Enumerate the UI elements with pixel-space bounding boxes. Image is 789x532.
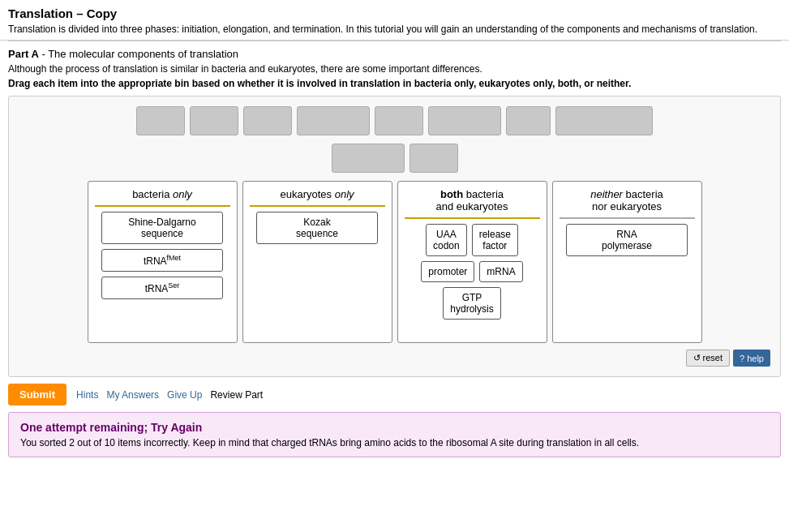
bin-eukaryotes-only: eukaryotes only Kozaksequence	[242, 181, 392, 343]
drag-item-5[interactable]	[375, 106, 423, 135]
bins-row: bacteria only Shine-Dalgarnosequence tRN…	[19, 181, 770, 343]
bin-bacteria-only-header: bacteria only	[95, 188, 230, 207]
review-part-text: Review Part	[210, 389, 263, 401]
bin-item-mrna[interactable]: mRNA	[479, 261, 522, 282]
part-header: Part A - The molecular components of tra…	[0, 41, 789, 63]
bin-item-shine-dalgarno[interactable]: Shine-Dalgarnosequence	[101, 212, 223, 244]
bin-item-kozak[interactable]: Kozaksequence	[256, 212, 378, 244]
activity-box: bacteria only Shine-Dalgarnosequence tRN…	[8, 96, 781, 377]
bin-item-promoter[interactable]: promoter	[421, 261, 474, 282]
bin-item-trna-ser[interactable]: tRNASer	[101, 277, 223, 299]
drag-item-10[interactable]	[410, 144, 458, 173]
bin-both-items: UAAcodon releasefactor promoter mRNA GTP…	[405, 224, 540, 320]
drag-item-1[interactable]	[136, 106, 185, 135]
bin-eukaryotes-only-italic: only	[335, 188, 354, 200]
bin-eukaryotes-only-items: Kozaksequence	[250, 212, 385, 244]
bin-item-uaa-codon[interactable]: UAAcodon	[426, 224, 467, 256]
bin-bacteria-only-italic: only	[173, 188, 192, 200]
drag-items-row2	[19, 144, 770, 173]
drag-item-8[interactable]	[555, 106, 653, 135]
drag-instruction: Drag each item into the appropriate bin …	[0, 78, 789, 96]
feedback-text: You sorted 2 out of 10 items incorrectly…	[20, 437, 769, 448]
hints-link[interactable]: Hints	[76, 389, 98, 401]
feedback-title: One attempt remaining; Try Again	[20, 421, 769, 434]
bin-item-gtp-hydrolysis[interactable]: GTPhydrolysis	[443, 287, 500, 320]
submit-button[interactable]: Submit	[8, 384, 66, 405]
bin-item-trna-fmet[interactable]: tRNAfMet	[101, 249, 223, 272]
drag-item-7[interactable]	[506, 106, 551, 135]
bin-eukaryotes-only-header: eukaryotes only	[250, 188, 385, 207]
bin-both: both bacteriaand eukaryotes UAAcodon rel…	[397, 181, 547, 343]
bin-item-release-factor[interactable]: releasefactor	[472, 224, 518, 256]
bin-item-rna-polymerase[interactable]: RNApolymerase	[566, 224, 688, 256]
bin-bacteria-only: bacteria only Shine-Dalgarnosequence tRN…	[88, 181, 238, 343]
give-up-link[interactable]: Give Up	[167, 389, 202, 401]
drag-item-2[interactable]	[190, 106, 238, 135]
bin-both-row2: promoter mRNA	[421, 261, 522, 282]
my-answers-link[interactable]: My Answers	[106, 389, 159, 401]
feedback-box: One attempt remaining; Try Again You sor…	[8, 412, 781, 457]
bin-both-bold: both	[440, 188, 463, 200]
drag-item-6[interactable]	[428, 106, 501, 135]
bottom-controls: Submit Hints My Answers Give Up Review P…	[0, 377, 789, 412]
page-title: Translation – Copy	[0, 0, 789, 24]
bin-both-header: both bacteriaand eukaryotes	[405, 188, 540, 219]
bin-both-row1: UAAcodon releasefactor	[426, 224, 518, 256]
reset-button[interactable]: ↺ reset	[686, 350, 731, 367]
bin-bacteria-only-items: Shine-Dalgarnosequence tRNAfMet tRNASer	[95, 212, 230, 299]
action-row: ↺ reset ? help	[19, 350, 770, 367]
part-title: - The molecular components of translatio…	[41, 48, 238, 60]
drag-item-4[interactable]	[297, 106, 370, 135]
bin-neither-italic: neither	[590, 188, 623, 200]
bin-neither: neither bacterianor eukaryotes RNApolyme…	[552, 181, 702, 343]
intro-text: Translation is divided into three phases…	[0, 24, 789, 41]
bin-neither-items: RNApolymerase	[560, 224, 695, 256]
part-desc: Although the process of translation is s…	[0, 63, 789, 78]
drag-items-row1	[19, 106, 770, 135]
drag-item-9[interactable]	[332, 144, 405, 173]
help-button[interactable]: ? help	[733, 350, 770, 367]
drag-item-3[interactable]	[243, 106, 292, 135]
bin-neither-header: neither bacterianor eukaryotes	[560, 188, 695, 219]
part-label: Part A	[8, 48, 39, 60]
bottom-links: Hints My Answers Give Up Review Part	[76, 389, 263, 401]
bin-both-row3: GTPhydrolysis	[443, 287, 500, 320]
